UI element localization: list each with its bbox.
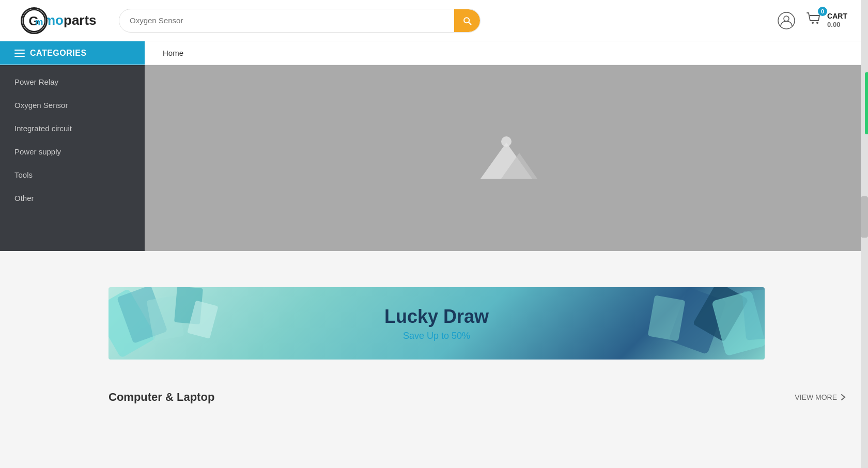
- section-title: Computer & Laptop: [109, 391, 214, 404]
- logo-text: moparts: [43, 12, 97, 28]
- sidebar-item-other[interactable]: Other: [0, 186, 145, 210]
- sidebar-item-oxygen-sensor[interactable]: Oxygen Sensor: [0, 93, 145, 117]
- svg-rect-14: [187, 300, 218, 338]
- hero-banner: [145, 65, 868, 251]
- logo-icon: G m: [21, 7, 48, 34]
- lucky-draw-title: Lucky Draw: [384, 306, 489, 327]
- svg-rect-19: [742, 288, 765, 340]
- search-input[interactable]: Oxygen Sensor: [119, 11, 454, 30]
- cart-title: CART: [827, 12, 847, 21]
- svg-point-6: [816, 22, 818, 24]
- cart-badge: 0: [818, 7, 827, 16]
- categories-button[interactable]: CATEGORIES: [0, 41, 145, 65]
- nav-links: Home: [145, 41, 202, 65]
- svg-rect-16: [693, 287, 749, 342]
- lucky-draw-banner: Lucky Draw Save Up to 50%: [109, 287, 765, 360]
- cart-button[interactable]: 0 CART 0.00: [805, 11, 847, 30]
- logo-svg: G m: [22, 7, 46, 34]
- lucky-draw-text: Lucky Draw Save Up to 50%: [384, 306, 489, 341]
- chevron-right-icon: [839, 393, 847, 401]
- scrollbar-track: [861, 0, 868, 468]
- nav-bar: CATEGORIES Home: [0, 41, 868, 65]
- svg-text:m: m: [35, 17, 43, 27]
- header-actions: 0 CART 0.00: [778, 11, 847, 30]
- sidebar-item-power-supply[interactable]: Power supply: [0, 140, 145, 163]
- search-bar: Oxygen Sensor: [119, 9, 481, 33]
- svg-rect-13: [174, 287, 203, 324]
- main-container: Power Relay Oxygen Sensor Integrated cir…: [0, 65, 868, 251]
- svg-point-5: [812, 22, 814, 24]
- svg-point-4: [784, 16, 789, 21]
- cart-icon-wrap: 0: [805, 11, 823, 30]
- search-button[interactable]: [454, 9, 480, 32]
- svg-rect-11: [117, 287, 167, 344]
- placeholder-image-icon: [475, 132, 537, 184]
- logo[interactable]: G m moparts: [21, 7, 103, 34]
- lucky-draw-subtitle: Save Up to 50%: [384, 331, 489, 341]
- svg-rect-12: [147, 295, 184, 341]
- svg-point-3: [778, 12, 795, 29]
- svg-rect-15: [669, 287, 727, 354]
- svg-rect-10: [109, 288, 157, 358]
- hamburger-line-3: [14, 56, 25, 57]
- cart-amount: 0.00: [827, 21, 840, 29]
- user-account-button[interactable]: [778, 12, 795, 29]
- section-header: Computer & Laptop VIEW MORE: [109, 391, 847, 404]
- sidebar: Power Relay Oxygen Sensor Integrated cir…: [0, 65, 145, 251]
- sidebar-item-tools[interactable]: Tools: [0, 163, 145, 186]
- view-more-label: VIEW MORE: [795, 393, 837, 401]
- hamburger-line-1: [14, 50, 25, 51]
- sidebar-item-integrated-circuit[interactable]: Integrated circuit: [0, 117, 145, 140]
- view-more-link[interactable]: VIEW MORE: [795, 393, 847, 401]
- svg-rect-18: [711, 291, 765, 356]
- search-icon: [462, 15, 472, 26]
- scrollbar-thumb[interactable]: [861, 196, 868, 238]
- categories-label: CATEGORIES: [30, 49, 87, 58]
- user-icon: [778, 12, 795, 29]
- nav-link-home[interactable]: Home: [160, 49, 186, 57]
- cart-label: CART 0.00: [827, 12, 847, 28]
- svg-rect-17: [648, 295, 686, 341]
- header: G m moparts Oxygen Sensor: [0, 0, 868, 41]
- scroll-accent: [865, 72, 868, 134]
- sidebar-item-power-relay[interactable]: Power Relay: [0, 70, 145, 93]
- bottom-section: Computer & Laptop VIEW MORE: [0, 380, 868, 425]
- hamburger-icon: [14, 50, 25, 57]
- image-placeholder: [475, 132, 537, 184]
- hamburger-line-2: [14, 53, 25, 54]
